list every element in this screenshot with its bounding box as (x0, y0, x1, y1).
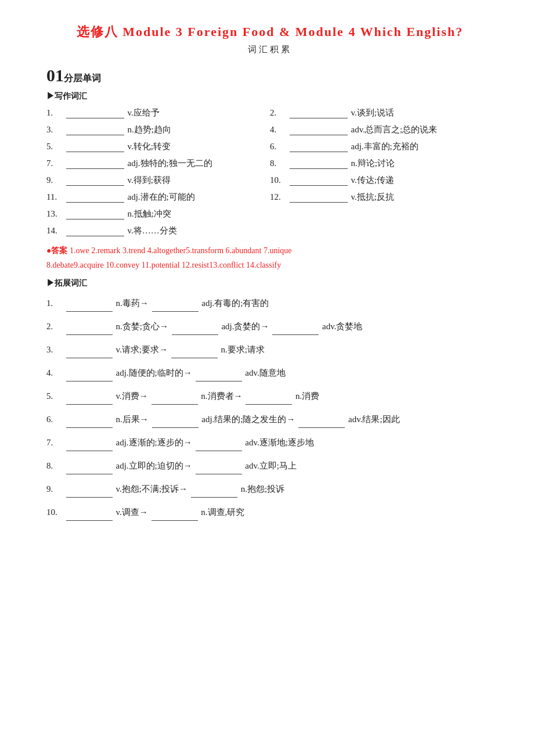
ex-hint-3: v.转化;转变 (128, 142, 171, 151)
ex-left-3: 5. v.转化;转变 (46, 141, 270, 152)
ex-hint-5: v.得到;获得 (128, 175, 171, 185)
ex-hint-1r: v.谈到;说话 (351, 108, 394, 117)
blank-8 (66, 236, 124, 236)
expand-num-1: 1. (46, 294, 63, 312)
expand-vocab-label: ▶拓展词汇 (46, 278, 493, 289)
ex-right-2: 4. adv.总而言之;总的说来 (270, 124, 493, 135)
blank-6r (290, 202, 348, 203)
blank-2 (66, 135, 124, 135)
expand-num-10: 10. (46, 503, 63, 521)
expand-text-8a: adj.立即的;迫切的→ (116, 461, 192, 470)
expand-blank-3b (171, 358, 218, 358)
ex-hint-6r: v.抵抗;反抗 (351, 192, 394, 201)
expand-blank-2b (172, 334, 218, 335)
main-title: 选修八 Module 3 Foreign Food & Module 4 Whi… (46, 23, 493, 41)
expand-blank-8a (66, 474, 113, 474)
ex-hint-1: v.应给予 (128, 108, 160, 117)
exercise-row-5: 9. v.得到;获得 10. v.传达;传递 (46, 175, 493, 186)
expand-text-4b: adv.随意地 (245, 368, 285, 377)
expand-blank-4a (66, 381, 113, 381)
expand-text-6b: adj.结果的;随之发生的→ (201, 415, 295, 424)
expand-text-2b: adj.贪婪的→ (221, 322, 269, 331)
exercise-row-6: 11. adj.潜在的;可能的 12. v.抵抗;反抗 (46, 192, 493, 203)
expand-text-10a: v.调查→ (116, 507, 148, 517)
answer-line2: 8.debate9.acquire 10.convey 11.potential… (46, 261, 281, 269)
ex-hint-2: n.趋势;趋向 (128, 125, 171, 134)
expand-blank-5a (66, 404, 113, 405)
expand-blank-2c (272, 334, 319, 335)
expand-blank-1a (66, 311, 113, 312)
expand-row-2: 2. n.贪婪;贪心→ adj.贪婪的→ adv.贪婪地 (46, 318, 493, 335)
expand-blank-6b (152, 427, 199, 428)
expand-text-9a: v.抱怨;不满;投诉→ (116, 484, 188, 494)
ex-left-8: 14. v.将……分类 (46, 225, 270, 236)
section-num: 01 (46, 66, 64, 85)
ex-num-7: 13. (46, 209, 63, 219)
ex-left-5: 9. v.得到;获得 (46, 175, 270, 186)
blank-1 (66, 118, 124, 118)
expand-text-5c: n.消费 (295, 391, 319, 401)
ex-num-2r: 4. (270, 125, 286, 135)
ex-hint-7: n.抵触;冲突 (128, 209, 171, 218)
blank-5 (66, 185, 124, 186)
blank-6 (66, 202, 124, 203)
expand-row-6: 6. n.后果→ adj.结果的;随之发生的→ adv.结果;因此 (46, 411, 493, 428)
exercise-row-8: 14. v.将……分类 (46, 225, 493, 236)
expand-blank-7b (196, 451, 242, 451)
exercise-row-2: 3. n.趋势;趋向 4. adv.总而言之;总的说来 (46, 124, 493, 135)
ex-num-5r: 10. (270, 175, 286, 185)
expand-blank-8b (196, 474, 242, 474)
section-header: 01 分层单词 (46, 66, 493, 85)
expand-blank-6a (66, 427, 113, 428)
ex-hint-8: v.将……分类 (128, 226, 177, 235)
ex-num-8: 14. (46, 226, 63, 236)
answer-block: ●答案 1.owe 2.remark 3.trend 4.altogether5… (46, 243, 493, 272)
expand-text-6a: n.后果→ (116, 415, 149, 424)
ex-right-5: 10. v.传达;传递 (270, 175, 493, 186)
expand-text-5a: v.消费→ (116, 391, 148, 401)
ex-num-4: 7. (46, 159, 63, 168)
blank-4 (66, 168, 124, 169)
expand-blank-5b (151, 404, 198, 405)
expand-num-4: 4. (46, 364, 63, 381)
ex-num-2: 3. (46, 125, 63, 135)
ex-hint-2r: adv.总而言之;总的说来 (351, 125, 438, 134)
ex-num-6: 11. (46, 192, 63, 202)
blank-4r (290, 168, 348, 169)
expand-blank-5c (246, 404, 292, 405)
expand-blank-7a (66, 451, 113, 451)
section-label: 分层单词 (64, 73, 101, 85)
expand-blank-10a (66, 520, 113, 521)
ex-right-3: 6. adj.丰富的;充裕的 (270, 141, 493, 152)
expand-text-1a: n.毒药→ (116, 298, 149, 308)
expand-text-3b: n.要求;请求 (221, 345, 264, 354)
ex-num-1r: 2. (270, 108, 286, 118)
expand-text-5b: n.消费者→ (201, 391, 242, 401)
ex-left-6: 11. adj.潜在的;可能的 (46, 192, 270, 203)
ex-right-1: 2. v.谈到;说话 (270, 107, 493, 118)
ex-hint-4: adj.独特的;独一无二的 (128, 159, 212, 168)
ex-num-1: 1. (46, 108, 63, 118)
blank-3r (290, 152, 348, 152)
expand-row-8: 8. adj.立即的;迫切的→ adv.立即;马上 (46, 457, 493, 474)
expand-num-6: 6. (46, 411, 63, 428)
expand-num-8: 8. (46, 457, 63, 474)
ex-left-4: 7. adj.独特的;独一无二的 (46, 158, 270, 169)
exercise-row-3: 5. v.转化;转变 6. adj.丰富的;充裕的 (46, 141, 493, 152)
ex-num-6r: 12. (270, 192, 286, 202)
expand-text-9b: n.抱怨;投诉 (241, 484, 284, 494)
expand-text-2c: adv.贪婪地 (322, 322, 362, 331)
expand-row-9: 9. v.抱怨;不满;投诉→ n.抱怨;投诉 (46, 480, 493, 498)
ex-hint-6: adj.潜在的;可能的 (128, 192, 195, 201)
ex-num-3: 5. (46, 142, 63, 152)
expand-blank-9a (66, 497, 113, 498)
expand-text-8b: adv.立即;马上 (245, 461, 297, 470)
exercise-row-1: 1. v.应给予 2. v.谈到;说话 (46, 107, 493, 118)
ex-left-1: 1. v.应给予 (46, 107, 270, 118)
expand-text-7b: adv.逐渐地;逐步地 (245, 438, 314, 447)
exercise-row-7: 13. n.抵触;冲突 (46, 208, 493, 219)
blank-3 (66, 152, 124, 152)
expand-text-7a: adj.逐渐的;逐步的→ (116, 438, 192, 447)
blank-1r (290, 118, 348, 118)
subtitle: 词汇积累 (46, 44, 493, 55)
